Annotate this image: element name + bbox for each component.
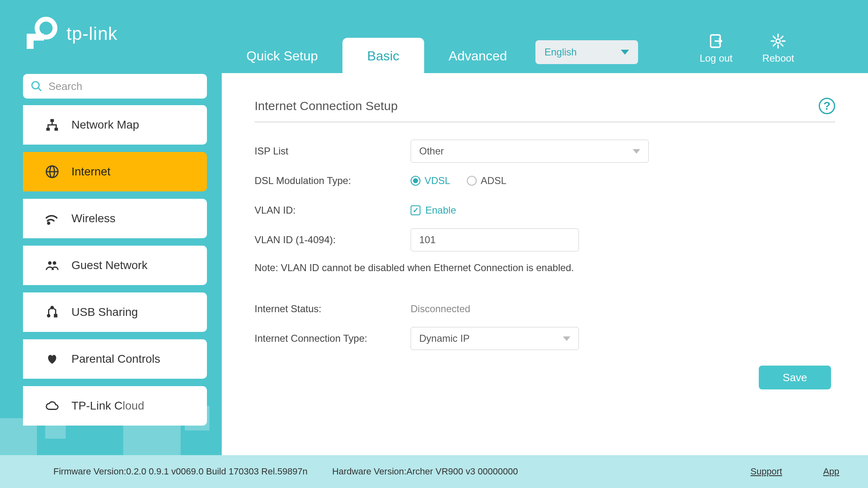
brand-logo: tp-link — [25, 16, 117, 51]
svg-line-14 — [38, 88, 41, 91]
heart-hands-icon — [45, 352, 59, 366]
globe-icon — [45, 165, 59, 179]
radio-vdsl-label: VDSL — [425, 175, 450, 186]
label-isp-list: ISP List — [255, 145, 411, 157]
checkbox-box-icon — [411, 205, 420, 215]
support-link[interactable]: Support — [751, 466, 782, 477]
svg-line-10 — [781, 44, 783, 46]
footer: Firmware Version:0.2.0 0.9.1 v0069.0 Bui… — [0, 455, 868, 488]
sidebar: Network Map Internet Wireless Guest Netw… — [23, 74, 207, 433]
wifi-icon — [45, 212, 59, 226]
tab-quick-setup[interactable]: Quick Setup — [222, 38, 342, 78]
vlan-enable-label: Enable — [425, 205, 456, 216]
search-box[interactable] — [23, 74, 207, 99]
usb-icon — [45, 305, 59, 319]
panel-header: Internet Connection Setup ? — [255, 98, 835, 122]
save-button[interactable]: Save — [759, 366, 831, 389]
search-input[interactable] — [48, 80, 200, 93]
radio-adsl-label: ADSL — [481, 175, 507, 186]
vlan-enable-checkbox[interactable]: Enable — [411, 205, 456, 216]
help-button[interactable]: ? — [819, 98, 835, 114]
svg-line-12 — [781, 36, 783, 38]
svg-rect-2 — [27, 34, 44, 41]
chevron-down-icon — [563, 336, 570, 341]
app-link[interactable]: App — [823, 466, 839, 477]
form: ISP List Other DSL Modulation Type: VDSL — [255, 136, 835, 389]
radio-vdsl[interactable]: VDSL — [411, 175, 450, 186]
sidebar-item-label: Internet — [71, 165, 110, 178]
firmware-version: Firmware Version:0.2.0 0.9.1 v0069.0 Bui… — [53, 466, 308, 477]
svg-point-23 — [53, 261, 56, 265]
chevron-down-icon — [621, 50, 629, 55]
label-internet-status: Internet Status: — [255, 303, 411, 315]
svg-line-9 — [774, 36, 776, 38]
sidebar-item-label: Wireless — [71, 212, 115, 225]
svg-point-21 — [48, 222, 49, 224]
brand-text: tp-link — [67, 23, 117, 44]
sidebar-item-label: USB Sharing — [71, 306, 138, 319]
network-map-icon — [45, 118, 59, 132]
cloud-icon — [45, 399, 59, 413]
chevron-down-icon — [633, 149, 640, 154]
sidebar-item-label: Guest Network — [71, 259, 147, 272]
search-icon — [30, 80, 43, 92]
reboot-icon — [770, 33, 786, 49]
svg-point-13 — [32, 82, 39, 89]
logout-icon — [708, 33, 724, 49]
svg-point-26 — [51, 306, 53, 309]
svg-point-24 — [48, 315, 50, 317]
sidebar-item-usb-sharing[interactable]: USB Sharing — [23, 292, 207, 332]
language-value: English — [544, 46, 577, 58]
vlan-id-input[interactable] — [411, 228, 579, 251]
logout-label: Log out — [700, 53, 733, 64]
reboot-button[interactable]: Reboot — [762, 33, 794, 64]
radio-dot-icon — [467, 176, 477, 186]
radio-dot-icon — [411, 176, 420, 186]
sidebar-item-label: TP-Link Cloud — [71, 399, 144, 412]
sidebar-item-parental-controls[interactable]: Parental Controls — [23, 339, 207, 379]
main-panel: Internet Connection Setup ? ISP List Oth… — [222, 73, 868, 455]
sidebar-item-label: Parental Controls — [71, 352, 160, 366]
panel-title: Internet Connection Setup — [255, 99, 398, 113]
sidebar-item-tplink-cloud[interactable]: TP-Link Cloud — [23, 386, 207, 426]
internet-status-value: Disconnected — [411, 303, 470, 315]
svg-line-11 — [774, 44, 776, 46]
tab-basic[interactable]: Basic — [342, 38, 424, 78]
svg-rect-15 — [51, 119, 54, 122]
sidebar-item-label: Network Map — [71, 118, 139, 131]
sidebar-item-wireless[interactable]: Wireless — [23, 199, 207, 238]
label-vlan-id: VLAN ID: — [255, 205, 411, 216]
radio-adsl[interactable]: ADSL — [467, 175, 507, 186]
svg-point-22 — [48, 261, 52, 265]
logout-button[interactable]: Log out — [700, 33, 733, 64]
svg-rect-17 — [55, 128, 58, 131]
reboot-label: Reboot — [762, 53, 794, 64]
connection-type-value: Dynamic IP — [419, 333, 470, 344]
vlan-note: Note: VLAN ID cannot be disabled when Et… — [255, 262, 835, 274]
sidebar-item-internet[interactable]: Internet — [23, 152, 207, 191]
header: tp-link Quick Setup Basic Advanced Engli… — [0, 0, 868, 74]
app-root: tp-link Quick Setup Basic Advanced Engli… — [0, 0, 868, 488]
svg-rect-25 — [55, 315, 57, 317]
svg-point-4 — [776, 39, 780, 43]
users-icon — [45, 258, 59, 272]
isp-list-select[interactable]: Other — [411, 140, 649, 163]
label-vlan-id-range: VLAN ID (1-4094): — [255, 234, 411, 246]
hardware-version: Hardware Version:Archer VR900 v3 0000000… — [332, 466, 518, 477]
connection-type-select[interactable]: Dynamic IP — [411, 327, 579, 350]
sidebar-item-guest-network[interactable]: Guest Network — [23, 246, 207, 285]
label-dsl-modulation: DSL Modulation Type: — [255, 175, 411, 186]
tp-link-logo-icon — [25, 16, 59, 51]
sidebar-item-network-map[interactable]: Network Map — [23, 105, 207, 145]
top-tabs: Quick Setup Basic Advanced — [222, 38, 532, 78]
svg-rect-16 — [46, 128, 50, 131]
language-select[interactable]: English — [535, 40, 638, 64]
isp-list-value: Other — [419, 145, 444, 157]
label-connection-type: Internet Connection Type: — [255, 333, 411, 344]
tab-advanced[interactable]: Advanced — [424, 38, 532, 78]
